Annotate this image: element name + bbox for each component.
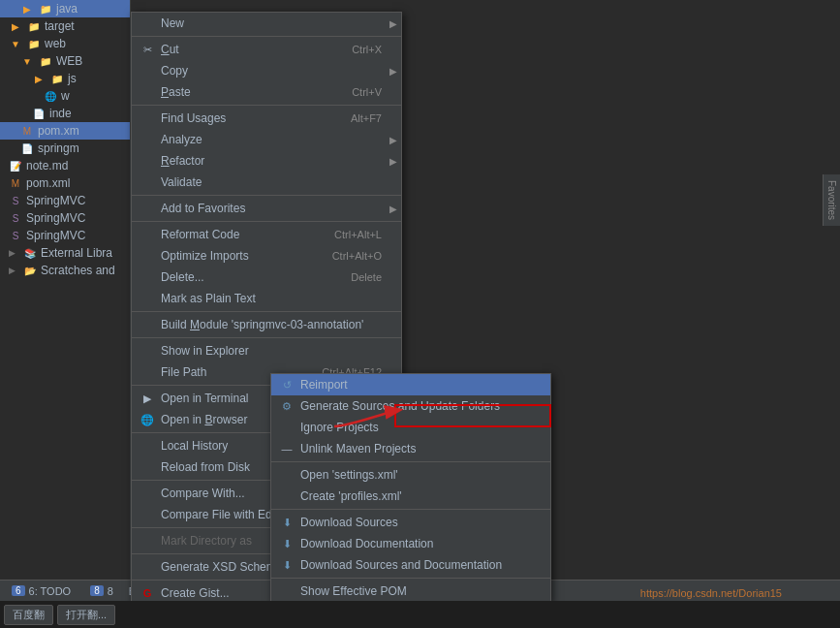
vertical-tabs: Favorites [823, 174, 840, 226]
reload-icon [140, 459, 155, 475]
sidebar-label: SpringMVC [26, 211, 85, 225]
sidebar-item-java[interactable]: ▶ 📁 java [0, 0, 130, 17]
sidebar-item-springmvc2[interactable]: S SpringMVC [0, 209, 130, 227]
file-icon: 🌐 [43, 88, 58, 104]
sidebar-label: target [45, 19, 75, 33]
sidebar-item-web2[interactable]: ▼ 📁 WEB [0, 52, 130, 70]
separator [271, 578, 550, 579]
menu-cut[interactable]: ✂ Cut Ctrl+X [132, 39, 401, 60]
submenu-ignore-projects[interactable]: Ignore Projects [271, 417, 550, 438]
sidebar-item-springmvc1[interactable]: S SpringMVC [0, 192, 130, 209]
terminal-icon: ▶ [140, 391, 155, 406]
separator [132, 195, 401, 196]
sidebar-label: pom.xml [26, 176, 70, 190]
file-icon: S [8, 193, 23, 208]
sidebar-item-target[interactable]: ▶ 📁 target [0, 17, 130, 35]
file-icon: S [8, 210, 23, 226]
submenu-create-profiles[interactable]: Create 'profiles.xml' [271, 486, 550, 507]
delete-icon [140, 269, 155, 285]
menu-show-explorer[interactable]: Show in Explorer [132, 340, 401, 361]
menu-find-usages[interactable]: Find Usages Alt+F7 [132, 108, 401, 129]
sidebar-label: web [45, 37, 66, 50]
menu-add-favorites[interactable]: Add to Favorites ▶ [132, 198, 401, 219]
sidebar-item-w[interactable]: 🌐 w [0, 87, 130, 105]
submenu-download-docs[interactable]: ⬇ Download Documentation [271, 533, 550, 554]
file-icon: 📄 [19, 141, 35, 156]
sidebar-item-index[interactable]: 📄 inde [0, 105, 130, 122]
sidebar-item-springm[interactable]: 📄 springm [0, 140, 130, 157]
sidebar-label: w [61, 89, 70, 103]
menu-validate[interactable]: Validate [132, 172, 401, 193]
favorites-vtab[interactable]: Favorites [823, 174, 840, 226]
folder-icon: ▶ [19, 1, 35, 16]
todo-tab[interactable]: 6 6: TODO [4, 583, 78, 599]
reimport-icon: ↺ [279, 377, 295, 392]
submenu-download-sources[interactable]: ⬇ Download Sources [271, 512, 550, 533]
folder-icon2: 📁 [38, 53, 53, 69]
menu-new[interactable]: New ▶ [132, 13, 401, 34]
sidebar-item-pomxml[interactable]: M pom.xm [0, 122, 130, 140]
todo-count: 6 [12, 585, 25, 596]
sidebar-label: Scratches and [41, 264, 115, 277]
xsd-icon [140, 559, 155, 575]
arrow-icon: ▶ [4, 263, 19, 278]
sidebar-label: pom.xm [38, 124, 79, 138]
menu-analyze[interactable]: Analyze ▶ [132, 129, 401, 150]
arrow-icon: ▶ [4, 245, 19, 261]
sidebar-item-js[interactable]: ▶ 📁 js [0, 70, 130, 87]
separator [271, 509, 550, 510]
taskbar-btn2[interactable]: 打开翻... [57, 605, 115, 625]
sidebar-item-web[interactable]: ▼ 📁 web [0, 35, 130, 52]
menu-refactor[interactable]: Refactor ▶ [132, 150, 401, 172]
gist-icon1: G [140, 585, 155, 601]
menu-delete[interactable]: Delete... Delete [132, 267, 401, 288]
filepath-icon [140, 364, 155, 380]
find-icon [140, 110, 155, 126]
todo-label: 6: TODO [29, 585, 72, 597]
new-icon [140, 16, 155, 31]
settings-icon [279, 467, 295, 483]
menu-paste[interactable]: Paste Ctrl+V [132, 81, 401, 103]
sidebar-item-pomxml2[interactable]: M pom.xml [0, 174, 130, 192]
separator [132, 337, 401, 338]
submenu-arrow: ▶ [389, 204, 397, 214]
sidebar-item-notemd[interactable]: 📝 note.md [0, 157, 130, 174]
submenu-arrow: ▶ [389, 135, 397, 145]
folder-icon2: 📁 [26, 36, 42, 51]
menu-mark-plain[interactable]: Mark as Plain Text [132, 288, 401, 309]
sidebar-label: springm [38, 141, 79, 155]
file-icon: S [8, 228, 23, 243]
ignore-icon [279, 420, 295, 435]
separator [271, 461, 550, 462]
folder-icon: ▼ [8, 36, 23, 51]
submenu-download-both[interactable]: ⬇ Download Sources and Documentation [271, 554, 550, 576]
xml-icon: M [19, 123, 35, 139]
validate-icon [140, 174, 155, 190]
submenu-open-settings[interactable]: Open 'settings.xml' [271, 464, 550, 486]
sidebar-label: java [56, 2, 78, 16]
submenu-unlink[interactable]: — Unlink Maven Projects [271, 438, 550, 459]
menu-copy[interactable]: Copy ▶ [132, 60, 401, 81]
menu-optimize-imports[interactable]: Optimize Imports Ctrl+Alt+O [132, 245, 401, 267]
separator [132, 36, 401, 37]
submenu-generate-sources[interactable]: ⚙ Generate Sources and Update Folders [271, 395, 550, 417]
md-icon: 📝 [8, 158, 23, 173]
build-tab[interactable]: 8 8 [82, 583, 121, 599]
sidebar-item-springmvc3[interactable]: S SpringMVC [0, 227, 130, 244]
separator [132, 105, 401, 106]
sidebar-item-external[interactable]: ▶ 📚 External Libra [0, 244, 130, 262]
submenu-arrow: ▶ [389, 156, 397, 167]
reformat-icon [140, 227, 155, 242]
submenu-show-pom[interactable]: Show Effective POM [271, 581, 550, 602]
menu-reformat[interactable]: Reformat Code Ctrl+Alt+L [132, 224, 401, 245]
folder-icon: ▶ [8, 18, 23, 34]
taskbar-btn1[interactable]: 百度翻 [4, 605, 53, 625]
sidebar-label: note.md [26, 159, 68, 173]
generate-icon: ⚙ [279, 398, 295, 414]
menu-build-module[interactable]: Build Module 'springmvc-03-annotation' [132, 314, 401, 335]
submenu-reimport[interactable]: ↺ Reimport [271, 374, 550, 395]
showpom-icon [279, 583, 295, 599]
taskbar: 百度翻 打开翻... [0, 601, 840, 628]
sidebar-item-scratches[interactable]: ▶ 📂 Scratches and [0, 262, 130, 279]
download-sources-icon: ⬇ [279, 515, 295, 530]
